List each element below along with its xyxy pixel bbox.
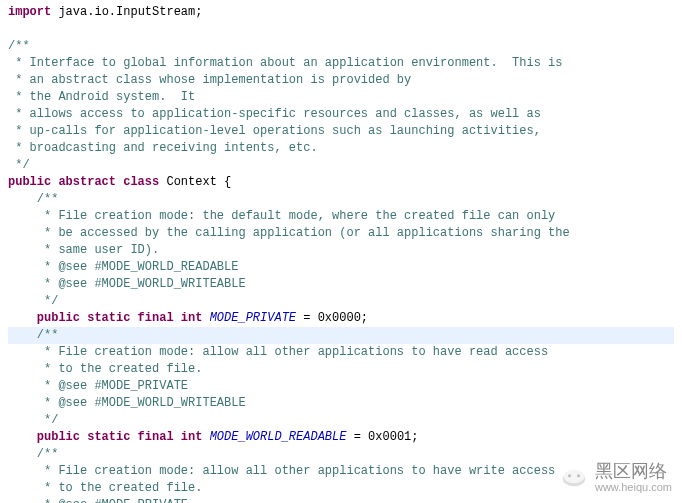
javadoc-line: * @see #MODE_WORLD_READABLE xyxy=(8,259,674,276)
javadoc-line: * same user ID). xyxy=(8,242,674,259)
javadoc-line: * allows access to application-specific … xyxy=(8,106,674,123)
javadoc-line: * @see #MODE_PRIVATE xyxy=(8,497,674,503)
code-line: import java.io.InputStream; xyxy=(8,4,674,21)
javadoc-line: * the Android system. It xyxy=(8,89,674,106)
javadoc-line: * File creation mode: allow all other ap… xyxy=(8,463,674,480)
keyword: import xyxy=(8,5,51,19)
javadoc-line: * File creation mode: the default mode, … xyxy=(8,208,674,225)
keyword: public static final int xyxy=(8,430,202,444)
javadoc-line: /** xyxy=(8,38,674,55)
code-text: java.io.InputStream; xyxy=(51,5,202,19)
javadoc-line: /** xyxy=(8,446,674,463)
field-name: MODE_WORLD_READABLE xyxy=(202,430,346,444)
field-name: MODE_PRIVATE xyxy=(202,311,296,325)
field-decl: public static final int MODE_WORLD_READA… xyxy=(8,429,674,446)
javadoc-line: * to the created file. xyxy=(8,480,674,497)
javadoc-line: * be accessed by the calling application… xyxy=(8,225,674,242)
class-name: Context { xyxy=(159,175,231,189)
javadoc-line: * File creation mode: allow all other ap… xyxy=(8,344,674,361)
javadoc-line-highlighted: /** xyxy=(8,327,674,344)
code-text: = 0x0000; xyxy=(296,311,368,325)
javadoc-line: /** xyxy=(8,191,674,208)
class-decl: public abstract class Context { xyxy=(8,174,674,191)
blank-line xyxy=(8,21,674,38)
javadoc-line: */ xyxy=(8,157,674,174)
javadoc-line: * broadcasting and receiving intents, et… xyxy=(8,140,674,157)
field-decl: public static final int MODE_PRIVATE = 0… xyxy=(8,310,674,327)
javadoc-line: */ xyxy=(8,412,674,429)
keyword: public static final int xyxy=(8,311,202,325)
javadoc-line: * @see #MODE_WORLD_WRITEABLE xyxy=(8,276,674,293)
javadoc-line: * up-calls for application-level operati… xyxy=(8,123,674,140)
javadoc-line: * @see #MODE_WORLD_WRITEABLE xyxy=(8,395,674,412)
javadoc-line: * to the created file. xyxy=(8,361,674,378)
javadoc-line: * an abstract class whose implementation… xyxy=(8,72,674,89)
javadoc-line: * @see #MODE_PRIVATE xyxy=(8,378,674,395)
javadoc-line: * Interface to global information about … xyxy=(8,55,674,72)
keyword: public abstract class xyxy=(8,175,159,189)
javadoc-line: */ xyxy=(8,293,674,310)
code-text: = 0x0001; xyxy=(346,430,418,444)
